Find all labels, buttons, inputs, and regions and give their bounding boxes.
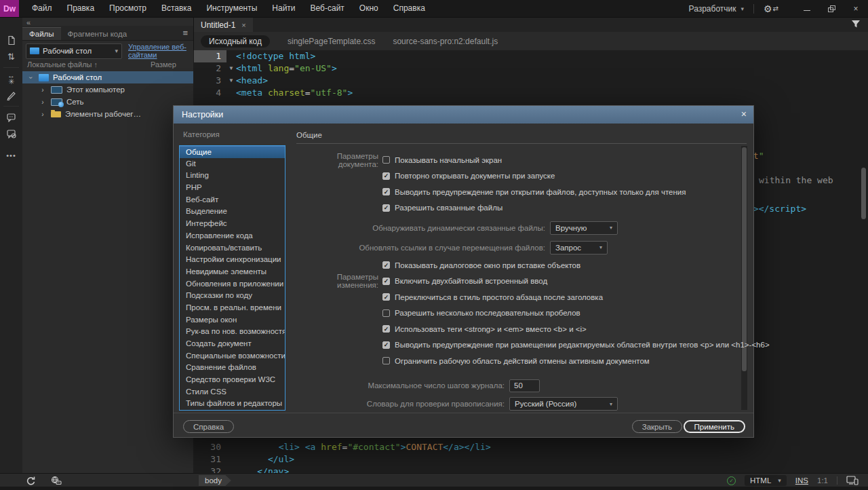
checkbox[interactable]: ✓ <box>382 188 390 195</box>
checkbox-label[interactable]: Выводить предупреждение при открытии фай… <box>395 188 686 196</box>
insert-mode-toggle[interactable]: INS <box>795 476 808 485</box>
checkbox-label[interactable]: Переключиться в стиль простого абзаца по… <box>395 293 603 301</box>
category-item-5[interactable]: Выделение <box>180 206 285 218</box>
category-item-3[interactable]: PHP <box>180 182 285 194</box>
dropdown[interactable]: Русский (Россия)▾ <box>509 397 618 411</box>
column-local-files[interactable]: Локальные файлы ↑ <box>27 60 98 71</box>
manage-sites-link[interactable]: Управление веб-сайтами <box>128 43 186 59</box>
refresh-icon[interactable] <box>26 476 35 485</box>
related-file-1[interactable]: singlePageTemplate.css <box>288 37 375 46</box>
close-button[interactable]: × <box>844 0 868 17</box>
checkbox[interactable]: ✓ <box>382 204 390 212</box>
tree-row[interactable]: ›Рабочий стол <box>22 71 193 83</box>
menu-item-5[interactable]: Найти <box>264 0 302 17</box>
related-file-2[interactable]: source-sans-pro:n2:default.js <box>393 37 498 46</box>
category-item-20[interactable]: Стили CSS <box>180 386 285 398</box>
category-item-4[interactable]: Веб-сайт <box>180 194 285 206</box>
restore-button[interactable] <box>819 0 844 17</box>
checkbox[interactable]: ✓ <box>382 261 390 269</box>
category-item-1[interactable]: Git <box>180 158 285 170</box>
tag-selector-body[interactable]: body <box>199 475 231 486</box>
doctype-select[interactable]: HTML ▾ <box>745 475 787 486</box>
document-tab[interactable]: Untitled-1 × <box>194 18 253 32</box>
checkbox-label[interactable]: Разрешить связанные файлы <box>395 204 502 212</box>
collapsed-chevron-icon[interactable]: › <box>39 111 47 118</box>
filter-related-files-button[interactable] <box>850 19 861 31</box>
site-selector[interactable]: Рабочий стол ▾ <box>26 43 122 59</box>
panel-menu-icon[interactable]: ≡ <box>182 28 188 38</box>
category-item-0[interactable]: Общие <box>180 146 285 158</box>
live-view-button[interactable]: ↔✳ <box>0 71 22 87</box>
dialog-close-icon[interactable]: × <box>741 109 747 119</box>
file-transfer-button[interactable]: ⇅ <box>0 48 22 64</box>
tree-row[interactable]: ›Элементы рабочег… <box>22 108 193 120</box>
category-item-9[interactable]: Настройки синхронизации <box>180 254 285 266</box>
checkbox[interactable]: ✓ <box>382 293 390 301</box>
category-item-16[interactable]: Создать документ <box>180 338 285 350</box>
category-item-7[interactable]: Исправление кода <box>180 230 285 242</box>
checkbox-label[interactable]: Использовать теги <strong> и <em> вместо… <box>395 325 587 333</box>
tab-close-icon[interactable]: × <box>241 21 245 29</box>
checkbox[interactable]: ✓ <box>382 341 390 349</box>
comments-button[interactable] <box>0 109 22 126</box>
menu-item-8[interactable]: Справка <box>386 0 433 17</box>
checkbox[interactable]: ✓ <box>382 278 390 285</box>
help-button[interactable]: Справка <box>183 420 234 433</box>
checkbox[interactable] <box>382 309 390 317</box>
category-item-13[interactable]: Просм. в реальн. времени <box>180 302 285 314</box>
extract-button[interactable] <box>0 87 22 103</box>
menu-item-0[interactable]: Файл <box>24 0 60 17</box>
fold-arrow-icon[interactable]: ▼ <box>226 62 236 75</box>
checkbox[interactable]: ✓ <box>382 172 390 180</box>
category-item-11[interactable]: Обновления в приложении <box>180 278 285 290</box>
collapsed-chevron-icon[interactable]: › <box>39 86 47 94</box>
tree-row[interactable]: ›Сеть <box>22 96 193 108</box>
expanded-chevron-icon[interactable]: › <box>27 73 35 81</box>
related-file-0[interactable]: Исходный код <box>201 35 270 48</box>
fold-arrow-icon[interactable]: ▼ <box>226 75 236 87</box>
category-item-12[interactable]: Подсказки по коду <box>180 290 285 302</box>
dropdown[interactable]: Запрос▾ <box>550 241 608 255</box>
sync-settings-button[interactable]: ⚙ ⇄ <box>754 3 788 14</box>
category-item-15[interactable]: Рук-ва по нов. возможностя <box>180 326 285 338</box>
category-item-14[interactable]: Размеры окон <box>180 314 285 326</box>
device-preview-icon[interactable] <box>846 476 859 485</box>
text-input[interactable] <box>509 379 540 392</box>
comments-off-button[interactable] <box>0 126 22 142</box>
menu-item-2[interactable]: Просмотр <box>102 0 154 17</box>
checkbox-label[interactable]: Включить двухбайтовый встроенный ввод <box>395 277 547 285</box>
category-item-10[interactable]: Невидимые элементы <box>180 266 285 278</box>
panel-tab-1[interactable]: Фрагменты кода <box>61 28 134 40</box>
globe-comment-icon[interactable] <box>50 476 62 485</box>
menu-item-6[interactable]: Веб-сайт <box>303 0 352 17</box>
category-item-18[interactable]: Сравнение файлов <box>180 362 285 374</box>
checkbox-label[interactable]: Разрешить несколько последовательных про… <box>395 309 580 317</box>
checkbox-label[interactable]: Показывать начальный экран <box>395 156 502 164</box>
checkbox[interactable] <box>382 156 390 164</box>
menu-item-1[interactable]: Правка <box>60 0 102 17</box>
checkbox-label[interactable]: Показывать диалоговое окно при вставке о… <box>395 261 580 269</box>
category-item-6[interactable]: Интерфейс <box>180 218 285 230</box>
menu-item-3[interactable]: Вставка <box>154 0 199 17</box>
checkbox-label[interactable]: Ограничить рабочую область действий отме… <box>395 357 650 365</box>
tree-row[interactable]: ›Этот компьютер <box>22 83 193 96</box>
minimize-button[interactable] <box>795 0 819 17</box>
checkbox[interactable] <box>382 357 390 364</box>
editor-scrollbar-thumb[interactable] <box>861 168 866 219</box>
category-item-8[interactable]: Копировать/вставить <box>180 242 285 255</box>
column-size[interactable]: Размер <box>151 60 176 69</box>
menu-item-4[interactable]: Инструменты <box>199 0 264 17</box>
close-dialog-button[interactable]: Закрыть <box>632 420 682 433</box>
dropdown[interactable]: Вручную▾ <box>550 221 618 235</box>
apply-button[interactable]: Применить <box>684 420 745 433</box>
workspace-switcher[interactable]: Разработчик ▾ <box>679 4 754 14</box>
checkbox-label[interactable]: Выводить предупреждение при размещении р… <box>395 341 770 349</box>
category-item-19[interactable]: Средство проверки W3C <box>180 374 285 386</box>
dialog-title-bar[interactable]: Настройки × <box>174 106 753 124</box>
new-file-button[interactable] <box>0 32 22 48</box>
category-item-17[interactable]: Специальные возможности <box>180 350 285 362</box>
category-item-2[interactable]: Linting <box>180 170 285 182</box>
panel-tab-0[interactable]: Файлы <box>22 27 61 40</box>
checkbox[interactable]: ✓ <box>382 325 390 333</box>
collapsed-chevron-icon[interactable]: › <box>39 98 47 106</box>
